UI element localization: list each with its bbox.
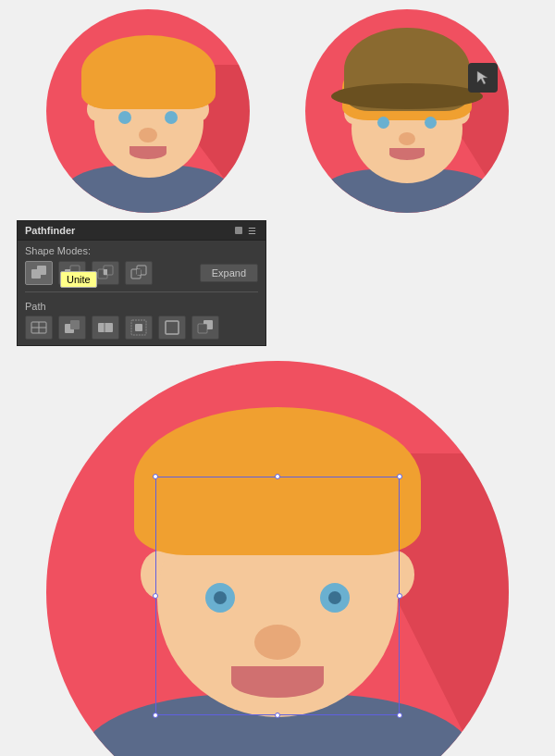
- divider-1: [25, 291, 258, 292]
- pathfinder-titlebar: Pathfinder ☰: [18, 221, 265, 241]
- hat-brim-tr: [331, 83, 483, 109]
- nose-bottom: [254, 625, 301, 660]
- hair-tl: [81, 35, 216, 109]
- eye-left-tr: [377, 117, 389, 129]
- shape-modes-row: Expand: [18, 258, 265, 288]
- avatar-top-left: [46, 9, 250, 213]
- merge-button[interactable]: [92, 316, 119, 340]
- svg-rect-17: [135, 324, 142, 331]
- eye-left-tl: [118, 111, 131, 124]
- shape-modes-label: Shape Modes:: [18, 241, 265, 258]
- cursor-icon: [468, 63, 498, 93]
- unite-button[interactable]: [25, 261, 53, 285]
- exclude-button[interactable]: [125, 261, 153, 285]
- pathfinders-row: [18, 314, 265, 345]
- unite-tooltip: Unite: [60, 271, 97, 288]
- crop-button[interactable]: [125, 316, 153, 340]
- bottom-section: [0, 361, 555, 756]
- svg-rect-6: [104, 269, 107, 275]
- eye-right-tl: [165, 111, 178, 124]
- svg-rect-1: [37, 266, 46, 275]
- collapse-button[interactable]: [235, 227, 242, 234]
- mouth-tl: [130, 146, 166, 159]
- svg-rect-15: [98, 323, 113, 332]
- eye-left-bottom: [205, 583, 235, 613]
- eye-right-bottom: [320, 583, 350, 613]
- trim-button[interactable]: [58, 316, 86, 340]
- pathfinders-label: Path: [18, 296, 265, 314]
- top-row: [0, 0, 555, 213]
- avatar-top-right: [305, 9, 509, 213]
- pathfinder-panel: Pathfinder ☰ Shape Modes:: [17, 220, 266, 346]
- mouth-tr: [389, 148, 425, 160]
- svg-rect-14: [70, 320, 80, 329]
- mouth-bottom: [231, 666, 324, 698]
- svg-rect-9: [137, 269, 141, 275]
- divide-button[interactable]: [25, 316, 53, 340]
- minus-back-button[interactable]: [191, 316, 219, 340]
- svg-rect-19: [166, 321, 179, 334]
- svg-rect-21: [198, 324, 207, 333]
- hair-bottom: [134, 407, 421, 555]
- avatar-bottom: [46, 361, 509, 756]
- eye-right-tr: [425, 117, 437, 129]
- panel-menu-button[interactable]: ☰: [246, 226, 258, 236]
- pathfinder-title: Pathfinder: [25, 225, 75, 236]
- outline-button[interactable]: [158, 316, 186, 340]
- pathfinder-controls: ☰: [235, 226, 258, 236]
- nose-tr: [399, 132, 415, 145]
- expand-button[interactable]: Expand: [200, 264, 258, 282]
- nose-tl: [139, 128, 157, 143]
